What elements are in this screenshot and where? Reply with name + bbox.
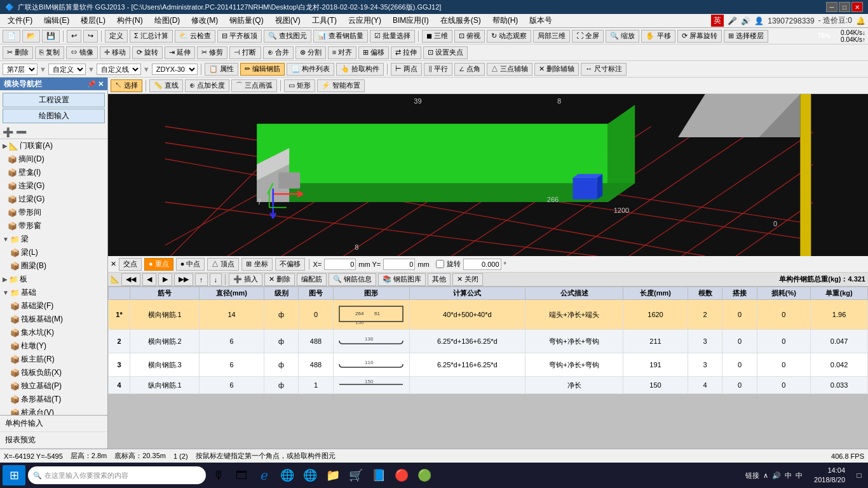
split-btn[interactable]: ⊗ 分割 [295,46,326,59]
tree-item-pile-cap[interactable]: 📦 桩承台(V) [0,406,107,415]
rotate-checkbox[interactable] [436,260,444,268]
rebar-lib-btn[interactable]: 📚 钢筋图库 [378,273,426,286]
other-btn[interactable]: 其他 [428,273,451,286]
tree-item-pier[interactable]: 📦 柱墩(Y) [0,339,107,353]
select-floor-btn[interactable]: ⊞ 选择楼层 [724,30,768,43]
menu-floor[interactable]: 楼层(L) [76,14,111,27]
line-type-select[interactable]: 自定义线 [97,64,141,75]
three-point-btn[interactable]: △ 三点辅轴 [487,63,532,76]
trim-btn[interactable]: ✂ 修剪 [197,46,227,59]
nav-close-btn[interactable]: 📌 ✕ [87,80,104,88]
nav-up-btn[interactable]: ↑ [195,273,208,286]
floor-select[interactable]: 第7层 [3,64,37,75]
pan-btn[interactable]: ✋ 平移 [641,30,675,43]
menu-bim[interactable]: BIM应用(I) [388,14,434,27]
offset-btn[interactable]: ⊞ 偏移 [358,46,389,59]
single-component-btn[interactable]: 单构件输入 [0,416,107,432]
tree-item-niche[interactable]: 📦 壁龛(I) [0,166,107,179]
cloud-check-btn[interactable]: ⛅ 云检查 [175,30,215,43]
break-btn[interactable]: ⊣ 打断 [229,46,261,59]
set-grip-btn[interactable]: ⊡ 设置夹点 [423,46,468,59]
taskbar-search[interactable]: 🔍 在这里输入你要搜索的内容 [28,466,206,484]
taskbar-cortana[interactable]: 🎙 [208,465,229,485]
snap-coords-btn[interactable]: ⊞ 坐标 [241,258,272,271]
open-btn[interactable]: 📂 [22,30,40,43]
menu-draw[interactable]: 绘图(D) [149,14,186,27]
taskbar-clock[interactable]: 14:04 2018/8/20 [809,466,850,485]
stretch-btn[interactable]: ⇄ 拉伸 [391,46,421,59]
3d-btn[interactable]: ◼ 三维 [422,30,452,43]
taskbar-ie2[interactable]: 🌐 [300,465,320,485]
point-length-btn[interactable]: ⊕ 点加长度 [185,79,229,92]
menu-cloud[interactable]: 云应用(Y) [343,14,386,27]
move-btn[interactable]: ✛ 移动 [100,46,130,59]
insert-btn[interactable]: ➕ 插入 [229,273,262,286]
smart-place-btn[interactable]: ⚡ 智能布置 [317,79,365,92]
tree-item-raft-neg-rebar[interactable]: 📦 筏板负筋(X) [0,366,107,379]
snap-intersect-btn[interactable]: 交点 [119,258,142,271]
tree-item-strip-found[interactable]: 📦 条形基础(T) [0,393,107,406]
align-btn[interactable]: ≡ 对齐 [328,46,356,59]
y-input[interactable] [383,259,415,270]
tree-item-isolated-found[interactable]: 📦 独立基础(P) [0,379,107,393]
close-button[interactable]: ✕ [851,2,863,12]
taskbar-view[interactable]: 🗔 [231,465,252,485]
link-icon[interactable]: 链接 [745,471,759,480]
tree-item-sump[interactable]: 📦 集水坑(K) [0,326,107,339]
copy-btn[interactable]: ⎘ 复制 [35,46,64,59]
find-elem-btn[interactable]: 🔍 查找图元 [264,30,311,43]
tree-item-beam-group[interactable]: ▼📁 梁 [0,233,107,246]
menu-version[interactable]: 版本号 [524,14,557,27]
table-row[interactable]: 1* 横向钢筋.1 14 ф 0 264 61 150 [109,300,868,330]
project-settings-btn[interactable]: 工程设置 [3,93,105,107]
rebar-info-btn[interactable]: 🔍 钢筋信息 [329,273,376,286]
taskbar-edge[interactable]: 🌐 [277,465,297,485]
screen-rotate-btn[interactable]: ⟳ 屏幕旋转 [677,30,722,43]
tree-item-slab-main-rebar[interactable]: 📦 板主筋(R) [0,353,107,366]
nav-prev-btn[interactable]: ◀ [142,273,156,286]
extend-btn[interactable]: ⇥ 延伸 [165,46,195,59]
taskbar-app2[interactable]: 🔴 [391,465,412,485]
menu-component[interactable]: 构件(N) [112,14,148,27]
menu-tools[interactable]: 工具(T) [307,14,342,27]
delete-aux-btn[interactable]: ✕ 删除辅轴 [534,63,579,76]
nav-next-btn[interactable]: ▶ [158,273,172,286]
taskbar-ie[interactable]: ℯ [254,465,275,485]
menu-view[interactable]: 视图(V) [270,14,306,27]
tree-item-strip-gap[interactable]: 📦 带形间 [0,206,107,219]
new-btn[interactable]: 📄 [3,30,20,43]
arc-btn[interactable]: ⌒ 三点画弧 [231,79,277,92]
top-view-btn[interactable]: ⊡ 俯视 [454,30,485,43]
tree-item-slab-group[interactable]: ▶📁 板 [0,273,107,286]
view-rebar-btn[interactable]: 📊 查看钢筋量 [313,30,368,43]
snap-midpoint-btn[interactable]: ● 重点 [144,258,173,271]
save-btn[interactable]: 💾 [42,30,60,43]
draw-input-btn[interactable]: 绘图输入 [3,109,105,123]
tree-item-strip-window[interactable]: 📦 带形窗 [0,219,107,233]
snap-vertex-btn[interactable]: △ 顶点 [207,258,239,271]
report-preview-btn[interactable]: 报表预览 [0,432,107,449]
define-btn[interactable]: 定义 [105,30,128,43]
mirror-btn[interactable]: ⇔ 镜像 [66,46,98,59]
tree-item-beam[interactable]: 📦 梁(L) [0,246,107,259]
menu-help[interactable]: 帮助(H) [487,14,524,27]
properties-btn[interactable]: 📋 属性 [205,63,238,76]
menu-modify[interactable]: 修改(M) [186,14,223,27]
ime-icon[interactable]: 中 [796,471,803,480]
point-angle-btn[interactable]: ∠ 点角 [454,63,485,76]
lang-zh-icon[interactable]: 中 [785,471,792,480]
taskbar-store[interactable]: 🛒 [346,465,366,485]
rotate-btn[interactable]: ⟳ 旋转 [132,46,163,59]
taskbar-folder[interactable]: 📁 [323,465,343,485]
merge-btn[interactable]: ⊕ 合并 [263,46,294,59]
snap-center-btn[interactable]: ● 中点 [176,258,205,271]
table-row[interactable]: 3 横向钢筋.3 6 ф 488 116 [109,353,868,377]
menu-rebar-qty[interactable]: 钢筋量(Q) [224,14,268,27]
taskbar-app3[interactable]: 🟢 [414,465,435,485]
start-button[interactable]: ⊞ [3,465,25,485]
tree-item-raft[interactable]: 📦 筏板基础(M) [0,313,107,326]
taskbar-app1[interactable]: 📘 [369,465,389,485]
tree-item-door-window[interactable]: ▶📐 门联窗(A) [0,139,107,152]
line-btn[interactable]: 📏 直线 [149,79,183,92]
x-input[interactable] [324,259,356,270]
